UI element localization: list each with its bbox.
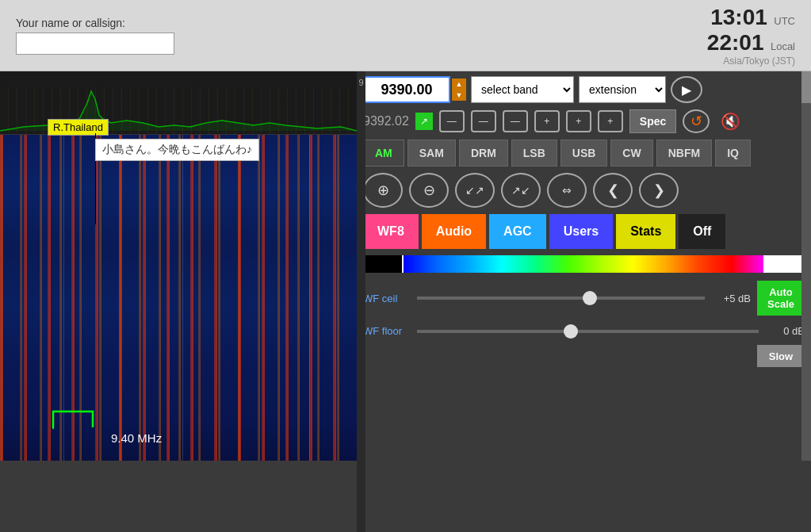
local-time: 22:01 xyxy=(707,30,764,55)
timezone: Asia/Tokyo (JST) xyxy=(707,55,795,67)
compress-button[interactable]: ↙↗ xyxy=(455,173,495,208)
colormap-row[interactable] xyxy=(357,252,811,276)
wf-row: WF8 Audio AGC Users Stats Off xyxy=(357,211,811,252)
colormap-gradient[interactable] xyxy=(404,255,764,273)
spectrum-container[interactable]: R.Thailand 小島さん。今晩もこんばんわ♪ 9.40 MHz xyxy=(0,71,357,461)
agc-button[interactable]: AGC xyxy=(489,214,546,249)
freq-down-button[interactable]: ▼ xyxy=(452,90,466,101)
time-section: 13:01 UTC 22:01 Local Asia/Tokyo (JST) xyxy=(707,5,795,67)
extension-select[interactable]: extension xyxy=(579,76,666,103)
station-name: R.Thailand xyxy=(53,121,103,133)
local-label: Local xyxy=(771,40,795,52)
spec-button[interactable]: Spec xyxy=(629,109,676,133)
frequency-marker xyxy=(49,405,152,429)
station-message: 小島さん。今晩もこんばんわ♪ xyxy=(95,139,259,161)
pan-button[interactable]: ⇔ xyxy=(547,173,587,208)
play-button[interactable]: ▶ xyxy=(671,76,702,103)
freq-up-button[interactable]: ▲ xyxy=(452,78,466,90)
mode-sam[interactable]: SAM xyxy=(407,140,456,166)
wf-ceil-label: WF ceil xyxy=(363,293,411,304)
wf-floor-value: 0 dB xyxy=(765,325,805,337)
wf8-button[interactable]: WF8 xyxy=(363,214,419,249)
secondary-freq-row: 9392.02 ↗ — — — + + + Spec ↺ 🔇 xyxy=(357,108,811,136)
users-button[interactable]: Users xyxy=(549,214,613,249)
right-panel: ▲ ▼ select band extension ▶ 9392.02 ↗ — … xyxy=(357,71,811,461)
frequency-popup-button[interactable]: ↗ xyxy=(415,113,433,130)
mode-cw[interactable]: CW xyxy=(610,140,652,166)
far-right-panel: 9 xyxy=(357,71,365,532)
page-wrapper: Your name or callsign: 13:01 UTC 22:01 L… xyxy=(0,0,811,532)
right-scrollbar[interactable] xyxy=(801,71,811,461)
mode-nbfm[interactable]: NBFM xyxy=(656,140,712,166)
next-button[interactable]: ❯ xyxy=(639,173,679,208)
mute-button[interactable]: 🔇 xyxy=(716,109,744,133)
undo-button[interactable]: ↺ xyxy=(683,109,710,133)
stats-button[interactable]: Stats xyxy=(616,214,675,249)
off-button[interactable]: Off xyxy=(679,214,725,249)
mode-lsb[interactable]: LSB xyxy=(511,140,557,166)
content-area: R.Thailand 小島さん。今晩もこんばんわ♪ 9.40 MHz xyxy=(0,71,811,532)
prev-button[interactable]: ❮ xyxy=(593,173,633,208)
audio-button[interactable]: Audio xyxy=(422,214,486,249)
wf-floor-thumb[interactable] xyxy=(564,324,578,339)
vert-line-3 xyxy=(309,135,310,461)
popup-icon: ↗ xyxy=(420,116,428,127)
frequency-row: ▲ ▼ select band extension ▶ xyxy=(357,71,811,108)
secondary-frequency: 9392.02 xyxy=(363,114,409,128)
utc-time: 13:01 xyxy=(710,5,767,29)
utc-time-row: 13:01 UTC xyxy=(707,5,795,30)
mode-drm[interactable]: DRM xyxy=(459,140,508,166)
tune-plus-large[interactable]: + xyxy=(598,110,623,132)
tune-plus-small[interactable]: + xyxy=(534,110,560,132)
wf-ceil-row: WF ceil +5 dB AutoScale xyxy=(357,276,811,320)
top-bar: Your name or callsign: 13:01 UTC 22:01 L… xyxy=(0,0,811,71)
wf-floor-track[interactable] xyxy=(417,330,759,333)
mhz-label: 9.40 MHz xyxy=(111,431,162,445)
wf-floor-label: WF floor xyxy=(363,325,411,337)
utc-label: UTC xyxy=(774,15,795,27)
far-right-label: 9 xyxy=(357,71,365,87)
zoom-out-button[interactable]: ⊖ xyxy=(409,173,449,208)
local-time-row: 22:01 Local xyxy=(707,30,795,55)
colormap-white xyxy=(765,255,805,273)
frequency-arrows: ▲ ▼ xyxy=(452,78,466,101)
play-icon: ▶ xyxy=(682,82,691,98)
vert-line-2 xyxy=(182,135,183,461)
mute-icon: 🔇 xyxy=(721,112,740,131)
tune-minus-medium[interactable]: — xyxy=(471,110,496,132)
scrollbar-thumb[interactable] xyxy=(801,71,811,103)
tune-plus-medium[interactable]: + xyxy=(566,110,591,132)
slow-button[interactable]: Slow xyxy=(757,345,805,367)
slow-row: Slow xyxy=(357,342,811,370)
wf-ceil-track[interactable] xyxy=(417,297,705,300)
tune-minus-large[interactable]: — xyxy=(439,110,465,132)
callsign-label: Your name or callsign: xyxy=(16,17,174,29)
callsign-section: Your name or callsign: xyxy=(16,17,174,55)
autoscale-button[interactable]: AutoScale xyxy=(757,281,805,316)
mode-am[interactable]: AM xyxy=(363,140,404,166)
colormap-black xyxy=(363,255,403,273)
band-select[interactable]: select band xyxy=(471,76,574,103)
mode-row: AM SAM DRM LSB USB CW NBFM IQ xyxy=(357,136,811,170)
zoom-row: ⊕ ⊖ ↙↗ ↗↙ ⇔ ❮ ❯ xyxy=(357,170,811,211)
mode-usb[interactable]: USB xyxy=(560,140,608,166)
zoom-in-button[interactable]: ⊕ xyxy=(363,173,403,208)
tune-minus-small[interactable]: — xyxy=(503,110,528,132)
wf-floor-row: WF floor 0 dB xyxy=(357,320,811,342)
frequency-input[interactable] xyxy=(363,76,450,103)
station-tooltip: R.Thailand xyxy=(48,119,109,136)
frequency-input-wrap: ▲ ▼ xyxy=(363,76,466,103)
wf-ceil-value: +5 dB xyxy=(711,293,751,304)
mode-iq[interactable]: IQ xyxy=(715,140,751,166)
wf-ceil-thumb[interactable] xyxy=(583,291,597,305)
callsign-input[interactable] xyxy=(16,33,174,55)
expand-button[interactable]: ↗↙ xyxy=(501,173,541,208)
